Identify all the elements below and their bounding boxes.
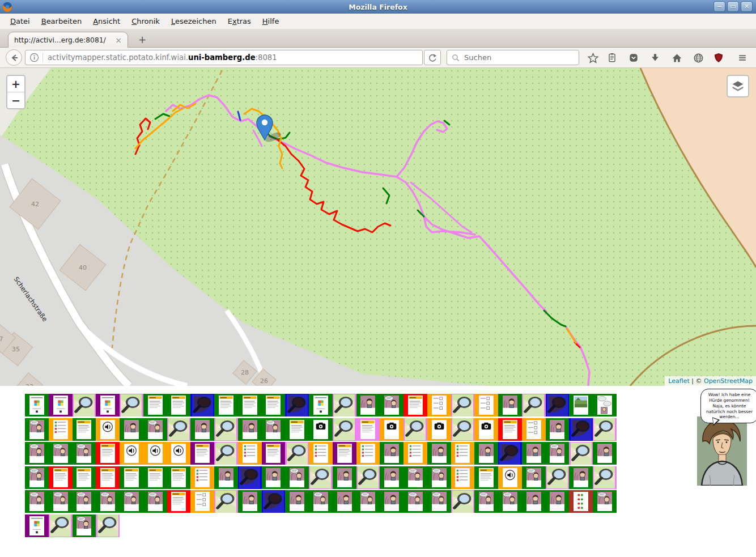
grid-tile-form[interactable] [522, 418, 546, 441]
grid-tile-bubble[interactable] [427, 490, 451, 513]
grid-tile-map[interactable] [214, 442, 238, 465]
close-button[interactable]: ✕ [741, 1, 753, 12]
grid-tile-camera[interactable] [380, 418, 404, 441]
grid-tile-doc[interactable] [356, 418, 380, 441]
grid-tile-audio[interactable] [96, 418, 120, 441]
grid-tile-doc[interactable] [238, 394, 262, 416]
grid-tile-card[interactable] [49, 394, 73, 416]
grid-tile-doc[interactable] [498, 418, 522, 441]
grid-tile-bubble[interactable] [120, 490, 143, 513]
grid-tile-map[interactable] [451, 418, 475, 441]
grid-tile-card[interactable] [309, 394, 333, 416]
grid-tile-map[interactable] [451, 394, 475, 416]
grid-tile-bubble[interactable] [285, 466, 309, 489]
grid-tile-map[interactable] [593, 466, 617, 489]
grid-tile-portrait[interactable] [238, 490, 262, 513]
grid-tile-bubble[interactable] [25, 466, 49, 489]
grid-tile-darkmap[interactable] [190, 394, 214, 416]
tab-close-button[interactable]: × [115, 36, 122, 45]
grid-tile-checklist[interactable] [451, 466, 475, 489]
grid-tile-darkmap[interactable] [498, 442, 522, 465]
grid-tile-doc[interactable] [120, 466, 143, 489]
menu-datei[interactable]: Datei [5, 15, 36, 28]
grid-tile-audio[interactable] [167, 442, 191, 465]
grid-tile-doc[interactable] [333, 442, 356, 465]
layers-control[interactable] [727, 75, 749, 97]
grid-tile-map[interactable] [546, 466, 570, 489]
grid-tile-doc[interactable] [96, 466, 120, 489]
zoom-out-button[interactable]: − [7, 92, 24, 108]
grid-tile-portrait[interactable] [333, 490, 356, 513]
grid-tile-portrait[interactable] [380, 442, 404, 465]
grid-tile-audio[interactable] [143, 442, 167, 465]
grid-tile-doc[interactable] [167, 394, 191, 416]
grid-tile-portrait[interactable] [285, 490, 309, 513]
grid-tile-doc[interactable] [143, 466, 167, 489]
grid-tile-map[interactable] [333, 418, 356, 441]
grid-tile-camera[interactable] [474, 418, 498, 441]
search-input[interactable] [463, 53, 579, 62]
url-bar[interactable]: activitymapper.static.potato.kinf.wiai.u… [25, 50, 423, 65]
pocket-button[interactable] [627, 51, 640, 65]
grid-tile-bubble[interactable] [73, 515, 96, 537]
grid-tile-map[interactable] [96, 515, 120, 537]
grid-tile-portrait[interactable] [522, 490, 546, 513]
grid-tile-bubble[interactable] [25, 418, 49, 441]
grid-tile-form[interactable] [474, 394, 498, 416]
grid-tile-portrait[interactable] [214, 466, 238, 489]
grid-tile-portrait[interactable] [238, 418, 262, 441]
grid-tile-doc[interactable] [167, 466, 191, 489]
bookmark-star-button[interactable] [586, 51, 600, 65]
grid-tile-map[interactable] [522, 394, 546, 416]
grid-tile-bubble[interactable] [25, 442, 49, 465]
osm-link[interactable]: OpenStreetMap [704, 377, 753, 385]
grid-tile-portrait[interactable] [190, 418, 214, 441]
new-tab-button[interactable]: + [135, 34, 150, 45]
grid-tile-darkmap[interactable] [569, 418, 593, 441]
grid-tile-checklist[interactable] [238, 442, 262, 465]
grid-tile-bubble[interactable] [546, 442, 570, 465]
grid-tile-doc[interactable] [73, 466, 96, 489]
maximize-button[interactable]: ▭ [727, 1, 739, 12]
grid-tile-bubble[interactable] [593, 490, 617, 513]
grid-tile-map[interactable] [120, 394, 143, 416]
info-icon[interactable] [29, 53, 39, 62]
grid-tile-portrait[interactable] [546, 418, 570, 441]
grid-tile-darkmap[interactable] [238, 466, 262, 489]
privacy-extension-button[interactable] [691, 51, 705, 65]
grid-tile-doc[interactable] [96, 442, 120, 465]
grid-tile-portrait[interactable] [356, 394, 380, 416]
grid-tile-portrait[interactable] [380, 466, 404, 489]
grid-tile-bubble[interactable] [49, 442, 73, 465]
grid-tile-hearts[interactable] [569, 490, 593, 513]
grid-tile-bubble[interactable] [498, 490, 522, 513]
grid-tile-map[interactable] [214, 418, 238, 441]
grid-tile-portrait[interactable] [474, 442, 498, 465]
grid-tile-doc[interactable] [73, 418, 96, 441]
ublock-button[interactable] [712, 51, 725, 65]
grid-tile-photo[interactable] [569, 394, 593, 416]
grid-tile-bubble[interactable] [73, 490, 96, 513]
grid-tile-bubble[interactable] [380, 394, 404, 416]
grid-tile-portrait[interactable] [546, 490, 570, 513]
grid-tile-bubble[interactable] [474, 490, 498, 513]
menu-hilfe[interactable]: Hilfe [257, 15, 285, 28]
downloads-button[interactable] [648, 51, 662, 65]
grid-tile-comic[interactable] [593, 394, 617, 416]
grid-tile-bubble[interactable] [96, 490, 120, 513]
grid-tile-portrait[interactable] [569, 466, 593, 489]
grid-tile-portrait[interactable] [593, 442, 617, 465]
grid-tile-form[interactable] [190, 490, 214, 513]
grid-tile-portrait[interactable] [120, 418, 143, 441]
grid-tile-map[interactable] [451, 490, 475, 513]
grid-tile-form[interactable] [427, 394, 451, 416]
grid-tile-darkmap[interactable] [546, 394, 570, 416]
grid-tile-portrait[interactable] [333, 466, 356, 489]
grid-tile-checklist[interactable] [49, 418, 73, 441]
grid-tile-bubble[interactable] [427, 466, 451, 489]
grid-tile-audio[interactable] [498, 466, 522, 489]
grid-tile-checklist[interactable] [451, 442, 475, 465]
home-button[interactable] [670, 51, 683, 65]
grid-tile-bubble[interactable] [73, 442, 96, 465]
grid-tile-card[interactable] [25, 394, 49, 416]
